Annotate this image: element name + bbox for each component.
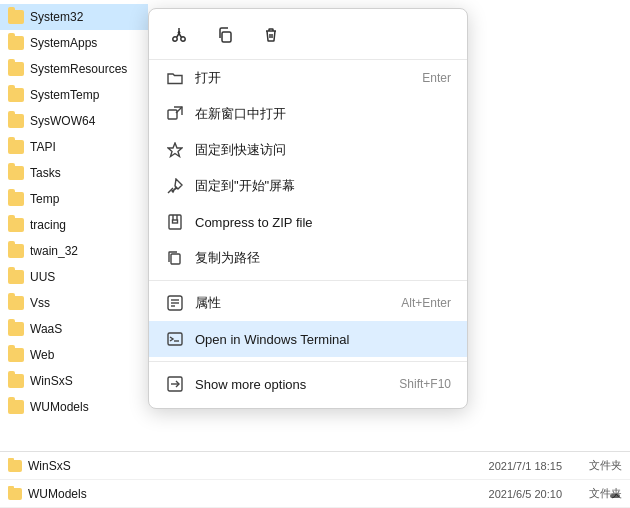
cut-button[interactable] <box>165 21 193 49</box>
menu-item-open-terminal[interactable]: Open in Windows Terminal <box>149 321 467 357</box>
menu-label-open-terminal: Open in Windows Terminal <box>195 332 451 347</box>
folder-icon <box>8 374 24 388</box>
folder-icon <box>8 10 24 24</box>
file-name: Vss <box>30 296 50 310</box>
file-list: System32 SystemApps SystemResources Syst… <box>0 0 148 424</box>
watermark <box>610 494 620 498</box>
file-name: TAPI <box>30 140 56 154</box>
file-item[interactable]: Temp <box>0 186 148 212</box>
context-menu-toolbar <box>149 15 467 60</box>
shortcut-more-options: Shift+F10 <box>399 377 451 391</box>
folder-icon <box>8 192 24 206</box>
menu-label-open: 打开 <box>195 69 412 87</box>
file-name: Tasks <box>30 166 61 180</box>
zip-icon <box>165 212 185 232</box>
file-item[interactable]: System32 <box>0 4 148 30</box>
file-item[interactable]: Web <box>0 342 148 368</box>
properties-icon <box>165 293 185 313</box>
bottom-row-2: WUModels 2021/6/5 20:10 文件夹 <box>0 480 630 508</box>
file-name: tracing <box>30 218 66 232</box>
file-name: SystemResources <box>30 62 127 76</box>
menu-item-compress[interactable]: Compress to ZIP file <box>149 204 467 240</box>
svg-rect-9 <box>168 110 177 119</box>
file-name: UUS <box>30 270 55 284</box>
svg-rect-6 <box>222 32 231 42</box>
file-item[interactable]: Tasks <box>0 160 148 186</box>
context-menu-items: 打开 Enter 在新窗口中打开 固定到快速访问 固定到"开始"屏幕 Compr… <box>149 60 467 402</box>
menu-item-pin-quick-access[interactable]: 固定到快速访问 <box>149 132 467 168</box>
external-link-icon <box>165 104 185 124</box>
file-item[interactable]: UUS <box>0 264 148 290</box>
file-name: Temp <box>30 192 59 206</box>
folder-icon <box>8 322 24 336</box>
folder-icon <box>8 296 24 310</box>
file-name: SysWOW64 <box>30 114 95 128</box>
file-item[interactable]: WaaS <box>0 316 148 342</box>
file-name: WaaS <box>30 322 62 336</box>
menu-item-open[interactable]: 打开 Enter <box>149 60 467 96</box>
folder-icon <box>8 488 22 500</box>
file-item[interactable]: SystemTemp <box>0 82 148 108</box>
menu-item-copy-path[interactable]: 复制为路径 <box>149 240 467 276</box>
svg-marker-11 <box>168 143 182 157</box>
menu-label-pin-quick-access: 固定到快速访问 <box>195 141 451 159</box>
file-item[interactable]: WinSxS <box>0 368 148 394</box>
folder-icon <box>8 140 24 154</box>
file-item[interactable]: TAPI <box>0 134 148 160</box>
folder-icon <box>8 460 22 472</box>
delete-button[interactable] <box>257 21 285 49</box>
file-item[interactable]: tracing <box>0 212 148 238</box>
context-menu: 打开 Enter 在新窗口中打开 固定到快速访问 固定到"开始"屏幕 Compr… <box>148 8 468 409</box>
file-item[interactable]: WUModels <box>0 394 148 420</box>
bottom-date-2: 2021/6/5 20:10 <box>489 488 562 500</box>
folder-icon <box>8 244 24 258</box>
menu-item-properties[interactable]: 属性 Alt+Enter <box>149 285 467 321</box>
copy-button[interactable] <box>211 21 239 49</box>
folder-icon <box>8 166 24 180</box>
menu-label-more-options: Show more options <box>195 377 389 392</box>
more-icon <box>165 374 185 394</box>
bottom-date-1: 2021/7/1 18:15 <box>489 460 562 472</box>
file-item[interactable]: Vss <box>0 290 148 316</box>
file-name: System32 <box>30 10 83 24</box>
menu-label-compress: Compress to ZIP file <box>195 215 451 230</box>
bottom-file-name-2: WUModels <box>28 487 489 501</box>
file-name: WUModels <box>30 400 89 414</box>
menu-item-more-options[interactable]: Show more options Shift+F10 <box>149 366 467 402</box>
bottom-row-1: WinSxS 2021/7/1 18:15 文件夹 <box>0 452 630 480</box>
menu-divider <box>149 361 467 362</box>
pin-icon <box>165 176 185 196</box>
file-name: twain_32 <box>30 244 78 258</box>
folder-icon <box>8 36 24 50</box>
menu-label-open-new-window: 在新窗口中打开 <box>195 105 451 123</box>
menu-item-pin-start[interactable]: 固定到"开始"屏幕 <box>149 168 467 204</box>
svg-rect-16 <box>173 220 178 223</box>
file-item[interactable]: twain_32 <box>0 238 148 264</box>
folder-open-icon <box>165 68 185 88</box>
bottom-file-name-1: WinSxS <box>28 459 489 473</box>
folder-icon <box>8 88 24 102</box>
folder-icon <box>8 114 24 128</box>
menu-item-open-new-window[interactable]: 在新窗口中打开 <box>149 96 467 132</box>
file-name: SystemApps <box>30 36 97 50</box>
svg-rect-13 <box>169 215 181 229</box>
shortcut-properties: Alt+Enter <box>401 296 451 310</box>
folder-icon <box>8 270 24 284</box>
menu-divider <box>149 280 467 281</box>
svg-rect-22 <box>168 333 182 345</box>
menu-label-properties: 属性 <box>195 294 391 312</box>
folder-icon <box>8 400 24 414</box>
svg-rect-17 <box>171 254 180 264</box>
star-icon <box>165 140 185 160</box>
copy-path-icon <box>165 248 185 268</box>
file-item[interactable]: SystemApps <box>0 30 148 56</box>
bottom-type-1: 文件夹 <box>582 458 622 473</box>
file-item[interactable]: SystemResources <box>0 56 148 82</box>
folder-icon <box>8 62 24 76</box>
file-item[interactable]: SysWOW64 <box>0 108 148 134</box>
folder-icon <box>8 348 24 362</box>
terminal-icon <box>165 329 185 349</box>
menu-label-copy-path: 复制为路径 <box>195 249 451 267</box>
file-name: SystemTemp <box>30 88 99 102</box>
menu-label-pin-start: 固定到"开始"屏幕 <box>195 177 451 195</box>
